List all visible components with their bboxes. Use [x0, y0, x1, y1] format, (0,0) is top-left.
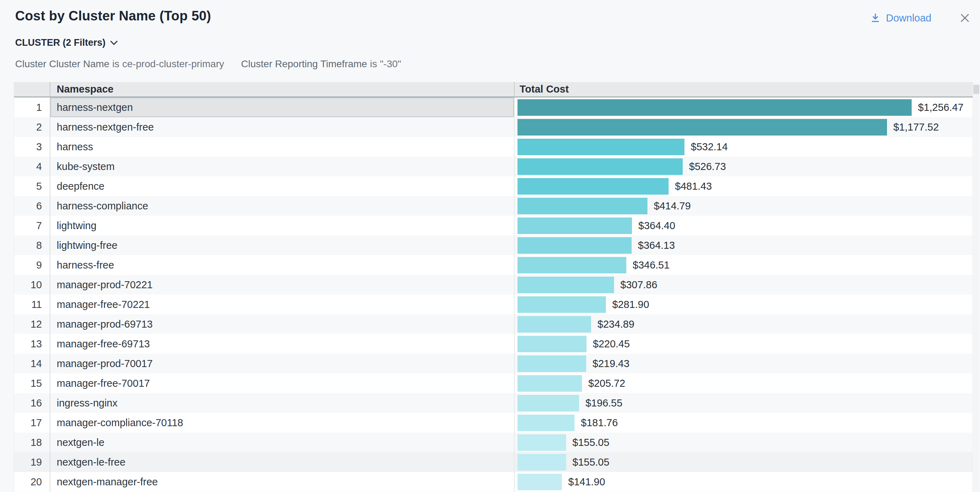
- cost-value-label: $220.45: [593, 338, 630, 350]
- row-rank: 9: [14, 255, 50, 275]
- applied-filters: Cluster Cluster Name is ce-prod-cluster-…: [15, 59, 401, 70]
- row-total-cost-cell: $181.76: [514, 413, 973, 433]
- row-rank: 4: [14, 157, 50, 176]
- row-namespace[interactable]: manager-prod-69713: [50, 314, 514, 334]
- table-row[interactable]: 7 lightwing $364.40: [14, 216, 973, 235]
- row-namespace[interactable]: harness-nextgen: [50, 97, 514, 117]
- table-row[interactable]: 14 manager-prod-70017 $219.43: [14, 354, 973, 373]
- row-total-cost-cell: $1,256.47: [514, 97, 973, 117]
- cost-bar: [517, 296, 606, 313]
- cost-bar: [517, 356, 586, 372]
- filter-group-toggle[interactable]: CLUSTER (2 Filters): [15, 37, 116, 48]
- row-total-cost-cell: $526.73: [514, 157, 973, 176]
- download-button[interactable]: Download: [870, 12, 931, 24]
- cost-bar: [517, 375, 582, 392]
- table-row[interactable]: 2 harness-nextgen-free $1,177.52: [14, 117, 973, 137]
- table-row[interactable]: 19 nextgen-le-free $155.05: [14, 452, 973, 472]
- table-row[interactable]: 10 manager-prod-70221 $307.86: [14, 275, 973, 295]
- table-row[interactable]: 6 harness-compliance $414.79: [14, 196, 973, 216]
- row-namespace[interactable]: harness-free: [50, 255, 514, 275]
- column-header-namespace[interactable]: Namespace: [50, 82, 514, 97]
- row-total-cost-cell: $307.86: [514, 275, 973, 295]
- page-title: Cost by Cluster Name (Top 50): [15, 8, 211, 24]
- row-rank: 8: [14, 235, 50, 255]
- download-icon: [870, 12, 881, 24]
- filter-field-name: Cluster Reporting Timeframe: [241, 59, 367, 70]
- table-row[interactable]: 8 lightwing-free $364.13: [14, 235, 973, 255]
- row-total-cost-cell: $364.13: [514, 235, 973, 255]
- row-rank: 18: [14, 433, 50, 452]
- table-row[interactable]: 17 manager-compliance-70118 $181.76: [14, 413, 973, 433]
- cost-value-label: $1,177.52: [893, 121, 939, 133]
- cost-bar: [517, 237, 632, 254]
- cost-value-label: $219.43: [592, 358, 630, 370]
- row-namespace[interactable]: manager-free-70017: [50, 373, 514, 393]
- table-row[interactable]: 20 nextgen-manager-free $141.90: [14, 472, 973, 492]
- row-namespace[interactable]: manager-free-70221: [50, 295, 514, 314]
- row-namespace[interactable]: nextgen-le-free: [50, 452, 514, 472]
- cost-value-label: $181.76: [581, 417, 618, 429]
- table-row[interactable]: 18 nextgen-le $155.05: [14, 433, 973, 452]
- table-row[interactable]: 15 manager-free-70017 $205.72: [14, 373, 973, 393]
- table-row[interactable]: 3 harness $532.14: [14, 137, 973, 157]
- row-rank: 12: [14, 314, 50, 334]
- row-rank: 5: [14, 176, 50, 196]
- row-total-cost-cell: $220.45: [514, 334, 973, 354]
- cost-value-label: $155.05: [573, 457, 609, 468]
- chevron-down-icon: [110, 38, 117, 45]
- cost-bar: [517, 454, 566, 471]
- row-namespace[interactable]: harness-compliance: [50, 196, 514, 216]
- header-actions: Download: [870, 12, 971, 24]
- table-row[interactable]: 12 manager-prod-69713 $234.89: [14, 314, 973, 334]
- cost-bar: [517, 217, 632, 234]
- row-total-cost-cell: $234.89: [514, 314, 973, 334]
- cost-bar: [517, 198, 648, 214]
- column-header-total-cost[interactable]: Total Cost: [514, 82, 973, 97]
- row-rank: 13: [14, 334, 50, 354]
- table-header-row: Namespace Total Cost: [14, 82, 973, 97]
- table-row[interactable]: 11 manager-free-70221 $281.90: [14, 295, 973, 314]
- row-rank: 20: [14, 472, 50, 492]
- row-namespace[interactable]: deepfence: [50, 176, 514, 196]
- row-namespace[interactable]: manager-free-69713: [50, 334, 514, 354]
- scrollbar-track[interactable]: [973, 83, 979, 492]
- filter-field-name: Cluster Cluster Name: [15, 59, 110, 70]
- row-namespace[interactable]: manager-compliance-70118: [50, 413, 514, 433]
- filter-operator: is: [370, 59, 377, 70]
- table-row[interactable]: 16 ingress-nginx $196.55: [14, 393, 973, 413]
- row-namespace[interactable]: harness: [50, 137, 514, 157]
- close-button[interactable]: [959, 12, 971, 24]
- applied-filter-cluster-name[interactable]: Cluster Cluster Name is ce-prod-cluster-…: [15, 59, 224, 70]
- filter-value: ce-prod-cluster-primary: [122, 59, 224, 70]
- column-header-rank: [14, 82, 50, 97]
- cost-bar: [517, 395, 579, 411]
- row-namespace[interactable]: lightwing-free: [50, 235, 514, 255]
- cost-value-label: $532.14: [691, 141, 728, 153]
- table-row[interactable]: 13 manager-free-69713 $220.45: [14, 334, 973, 354]
- row-rank: 15: [14, 373, 50, 393]
- table-row[interactable]: 4 kube-system $526.73: [14, 157, 973, 176]
- row-rank: 17: [14, 413, 50, 433]
- row-rank: 6: [14, 196, 50, 216]
- row-namespace[interactable]: nextgen-manager-free: [50, 472, 514, 492]
- row-rank: 7: [14, 216, 50, 235]
- row-namespace[interactable]: ingress-nginx: [50, 393, 514, 413]
- row-namespace[interactable]: kube-system: [50, 157, 514, 176]
- table-row[interactable]: 1 harness-nextgen $1,256.47: [14, 97, 973, 117]
- cost-value-label: $346.51: [633, 259, 670, 271]
- scrollbar-thumb[interactable]: [973, 85, 979, 94]
- row-namespace[interactable]: nextgen-le: [50, 433, 514, 452]
- row-namespace[interactable]: manager-prod-70017: [50, 354, 514, 373]
- table-row[interactable]: 5 deepfence $481.43: [14, 176, 973, 196]
- row-namespace[interactable]: harness-nextgen-free: [50, 117, 514, 137]
- applied-filter-reporting-timeframe[interactable]: Cluster Reporting Timeframe is "-30": [241, 59, 401, 70]
- row-rank: 14: [14, 354, 50, 373]
- table-row[interactable]: 9 harness-free $346.51: [14, 255, 973, 275]
- row-namespace[interactable]: manager-prod-70221: [50, 275, 514, 295]
- row-total-cost-cell: $481.43: [514, 176, 973, 196]
- row-total-cost-cell: $205.72: [514, 373, 973, 393]
- cost-value-label: $481.43: [675, 181, 712, 192]
- row-namespace[interactable]: lightwing: [50, 216, 514, 235]
- cost-value-label: $234.89: [597, 319, 635, 330]
- row-total-cost-cell: $532.14: [514, 137, 973, 157]
